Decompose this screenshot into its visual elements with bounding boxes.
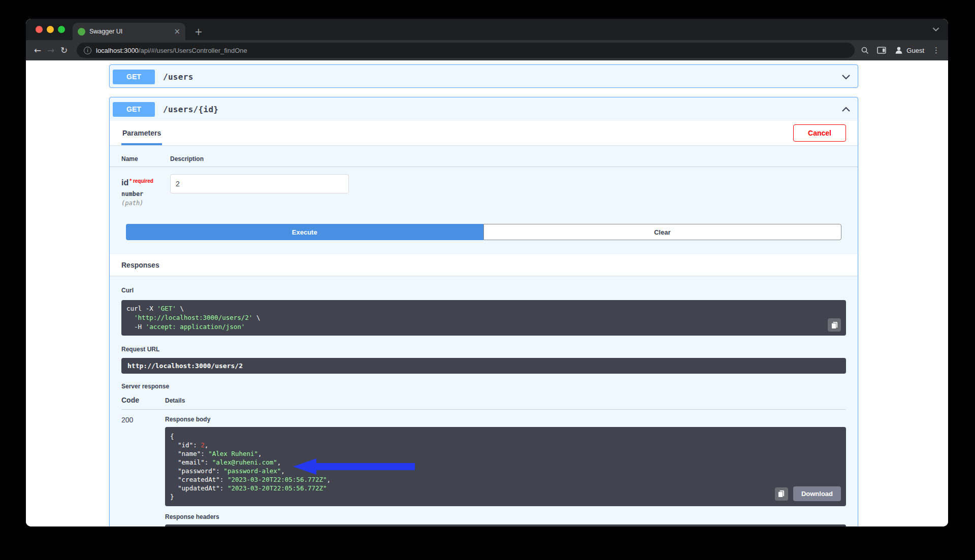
avatar-icon — [894, 46, 903, 55]
opblock-get-users-id: GET /users/{id} Parameters Cancel Name — [109, 97, 858, 526]
parameters-tab-label: Parameters — [122, 129, 161, 137]
get-method-badge: GET — [113, 70, 155, 84]
url-host: localhost:3000 — [96, 47, 139, 54]
browser-tab[interactable]: Swagger UI × — [73, 23, 185, 40]
copy-icon[interactable] — [775, 487, 788, 501]
reload-button[interactable]: ↻ — [57, 45, 71, 55]
parameters-table-header: Name Description — [110, 155, 858, 167]
execute-row: Execute Clear — [126, 224, 841, 240]
collapse-chevron-up-icon[interactable] — [841, 105, 851, 113]
cancel-button[interactable]: Cancel — [793, 124, 846, 142]
tab-strip: Swagger UI × + — [26, 19, 948, 40]
responses-title: Responses — [121, 261, 159, 269]
tab-search-chevron-icon[interactable] — [933, 24, 939, 34]
id-parameter-input[interactable] — [170, 174, 349, 193]
column-header-name: Name — [121, 155, 170, 162]
menu-kebab-icon[interactable]: ⋮ — [932, 46, 940, 55]
swagger-favicon-icon — [78, 28, 85, 36]
status-code: 200 — [121, 416, 165, 526]
parameters-tab[interactable]: Parameters — [121, 121, 162, 145]
execute-button[interactable]: Execute — [126, 224, 483, 240]
tab-close-icon[interactable]: × — [174, 27, 180, 36]
toolbar-actions: Guest ⋮ — [861, 46, 943, 55]
request-url-label: Request URL — [121, 346, 846, 353]
site-info-icon[interactable]: i — [84, 47, 91, 54]
back-button[interactable]: ← — [31, 45, 44, 55]
request-url-value: http://localhost:3000/users/2 — [121, 358, 846, 374]
traffic-light-zoom-button[interactable] — [58, 26, 65, 33]
parameter-location: (path) — [121, 200, 170, 207]
curl-label: Curl — [121, 287, 846, 294]
swagger-page: GET /users GET /users/{id} — [26, 60, 948, 526]
opblock-get-users: GET /users — [109, 64, 858, 88]
opblock-get-users-summary[interactable]: GET /users — [110, 65, 858, 88]
parameter-description-cell — [170, 174, 349, 207]
new-tab-button[interactable]: + — [192, 26, 205, 37]
parameter-row: id* required number (path) — [110, 167, 858, 207]
url-text: localhost:3000/api/#/users/UsersControll… — [96, 47, 247, 54]
curl-command-block: curl -X 'GET' \ 'http://localhost:3000/u… — [121, 300, 846, 336]
curl-command: curl -X 'GET' \ 'http://localhost:3000/u… — [126, 304, 841, 332]
parameter-name-cell: id* required number (path) — [121, 174, 170, 207]
column-header-details: Details — [165, 396, 185, 404]
expand-chevron-down-icon[interactable] — [841, 73, 851, 81]
traffic-light-close-button[interactable] — [36, 26, 43, 33]
traffic-light-minimize-button[interactable] — [47, 26, 54, 33]
copy-icon[interactable] — [828, 318, 841, 332]
response-body-json: { "id": 2, "name": "Alex Ruheni", "email… — [170, 432, 841, 501]
responses-header: Responses — [110, 254, 858, 276]
response-body-label: Response body — [165, 416, 846, 423]
opblock-get-users-id-summary[interactable]: GET /users/{id} — [110, 97, 858, 121]
swagger-content: GET /users GET /users/{id} — [109, 64, 858, 526]
forward-button[interactable]: → — [44, 45, 57, 55]
profile-chip[interactable]: Guest — [894, 46, 924, 55]
parameters-header: Parameters Cancel — [110, 121, 858, 145]
address-bar[interactable]: i localhost:3000/api/#/users/UsersContro… — [77, 43, 855, 58]
server-response-label: Server response — [121, 383, 846, 390]
zoom-icon[interactable] — [861, 46, 869, 54]
endpoint-path-users: /users — [163, 72, 193, 82]
response-headers-block — [165, 524, 846, 526]
browser-toolbar: ← → ↻ i localhost:3000/api/#/users/Users… — [26, 40, 948, 60]
endpoint-path-users-id: /users/{id} — [163, 105, 218, 114]
response-table-header: Code Details — [121, 396, 846, 410]
response-row: 200 Response body { "id": 2, "name": "Al… — [121, 416, 846, 526]
response-details-cell: Response body { "id": 2, "name": "Alex R… — [165, 416, 846, 526]
parameters-section: Name Description id* required number (pa… — [110, 155, 858, 254]
column-header-code: Code — [121, 396, 165, 404]
responses-section: Curl curl -X 'GET' \ 'http://localhost:3… — [110, 276, 858, 526]
response-headers-label: Response headers — [165, 513, 846, 520]
tab-title: Swagger UI — [89, 28, 170, 35]
profile-label: Guest — [906, 47, 924, 54]
traffic-lights — [36, 26, 65, 33]
browser-window: Swagger UI × + ← → ↻ i localhost:3000/ap… — [26, 19, 948, 526]
clear-button[interactable]: Clear — [483, 224, 842, 240]
parameter-name: id* required — [121, 178, 170, 187]
url-path: /api/#/users/UsersController_findOne — [139, 47, 247, 54]
side-panel-icon[interactable] — [877, 47, 886, 54]
annotation-arrow — [293, 457, 415, 476]
download-button[interactable]: Download — [793, 486, 841, 501]
response-body-block: { "id": 2, "name": "Alex Ruheni", "email… — [165, 427, 846, 506]
response-body-controls: Download — [775, 486, 841, 501]
column-header-description: Description — [170, 155, 204, 162]
parameter-type: number — [121, 190, 170, 197]
get-method-badge: GET — [113, 102, 155, 117]
required-marker: * required — [129, 178, 153, 184]
